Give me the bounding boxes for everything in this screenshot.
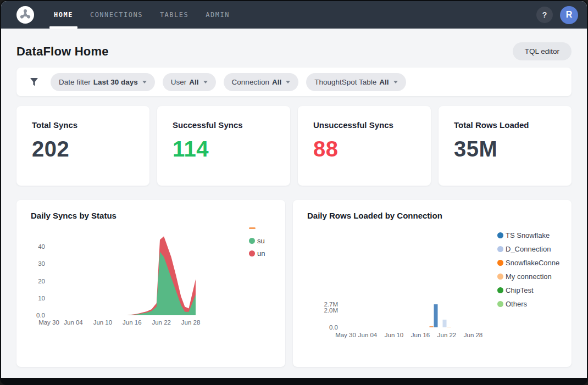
nav-tables[interactable]: TABLES: [159, 1, 190, 29]
y-axis-tick: 2.7M: [324, 301, 338, 308]
bar-snowflakeconne[interactable]: [430, 326, 434, 327]
x-axis-tick: Jun 10: [93, 319, 113, 326]
legend-item-clipped[interactable]: [249, 222, 280, 235]
x-axis-tick: Jun 22: [152, 319, 171, 326]
nav-admin[interactable]: ADMIN: [204, 1, 231, 29]
daily-rows-bar-chart[interactable]: 0.02.0M2.7MMay 30Jun 04Jun 10Jun 16Jun 2…: [302, 282, 505, 359]
stat-value: 35M: [454, 137, 556, 161]
filter-table-prefix: ThoughtSpot Table: [314, 78, 376, 86]
daily-rows-chart-card: Daily Rows Loaded by Connection 0.02.0M2…: [293, 200, 572, 367]
filter-date-value: Last 30 days: [93, 78, 138, 86]
legend-marker-icon: [249, 238, 255, 244]
legend-item-ts-snowflake[interactable]: TS Snowflake: [497, 228, 570, 242]
chart-title: Daily Syncs by Status: [31, 211, 271, 220]
help-button[interactable]: ?: [536, 7, 553, 23]
legend-label: TS Snowflake: [506, 231, 550, 239]
legend-marker-icon: [497, 232, 503, 238]
bar-ts-snowflake[interactable]: [434, 304, 438, 327]
stat-card-total-syncs: Total Syncs 202: [16, 106, 149, 186]
page-content: DataFlow Home TQL editor Date filter Las…: [1, 42, 587, 367]
legend-marker-icon: [249, 227, 256, 229]
chart-title: Daily Rows Loaded by Connection: [307, 211, 557, 220]
y-axis-tick: 10: [38, 295, 45, 302]
y-axis-tick: 2.0M: [324, 307, 338, 314]
filter-bar: Date filter Last 30 days User All Connec…: [16, 68, 572, 96]
legend-label: su: [257, 237, 265, 245]
stat-value: 202: [32, 137, 134, 161]
top-navbar: HOME CONNECTIONS TABLES ADMIN ? R: [1, 1, 587, 29]
legend-label: SnowflakeConne: [506, 259, 559, 267]
x-axis-tick: Jun 22: [437, 332, 457, 338]
legend-marker-icon: [249, 250, 255, 256]
page-title: DataFlow Home: [16, 44, 109, 59]
logo-glyph: [19, 9, 31, 21]
legend-item-chiptest[interactable]: ChipTest: [497, 283, 570, 297]
filter-table-value: All: [379, 78, 389, 86]
filter-funnel-icon: [30, 77, 38, 87]
stat-card-successful-syncs: Successful Syncs 114: [157, 106, 290, 186]
filter-thoughtspot-table[interactable]: ThoughtSpot Table All: [306, 73, 406, 91]
app-window: HOME CONNECTIONS TABLES ADMIN ? R DataFl…: [0, 0, 588, 385]
x-axis-tick: Jun 28: [464, 332, 483, 338]
stat-card-unsuccessful-syncs: Unsuccessful Syncs 88: [298, 106, 431, 186]
legend-item-d-connection[interactable]: D_Connection: [497, 242, 570, 256]
stat-label: Successful Syncs: [173, 120, 275, 130]
tql-editor-button[interactable]: TQL editor: [513, 42, 572, 60]
legend-item-my-connection[interactable]: My connection: [497, 270, 570, 283]
legend-marker-icon: [497, 260, 503, 266]
daily-syncs-chart-card: Daily Syncs by Status 0.010203040May 30J…: [16, 200, 285, 367]
syncs-chart-legend: suun: [249, 222, 280, 260]
stat-label: Unsuccessful Syncs: [313, 120, 415, 130]
legend-label: Others: [506, 300, 527, 308]
stat-value: 88: [313, 137, 415, 161]
stat-label: Total Rows Loaded: [454, 120, 556, 130]
rows-chart-legend: TS SnowflakeD_ConnectionSnowflakeConneMy…: [497, 228, 570, 311]
filter-connection-prefix: Connection: [232, 78, 269, 86]
y-axis-tick: 0.0: [329, 324, 338, 331]
navbar-right: ? R: [536, 6, 578, 24]
main-nav: HOME CONNECTIONS TABLES ADMIN: [53, 1, 246, 29]
filter-user[interactable]: User All: [163, 73, 216, 91]
legend-label: un: [257, 249, 265, 258]
page-header: DataFlow Home TQL editor: [16, 42, 572, 60]
chevron-down-icon: [393, 81, 398, 83]
stat-label: Total Syncs: [32, 120, 134, 130]
legend-item-su[interactable]: su: [249, 235, 280, 247]
nav-connections[interactable]: CONNECTIONS: [89, 1, 144, 29]
y-axis-tick: 30: [38, 260, 45, 267]
legend-label: ChipTest: [506, 286, 534, 294]
daily-syncs-area-chart[interactable]: 0.010203040May 30Jun 04Jun 10Jun 16Jun 2…: [24, 227, 244, 332]
legend-marker-icon: [497, 246, 503, 252]
y-axis-tick: 40: [38, 243, 45, 250]
legend-item-others[interactable]: Others: [497, 297, 570, 311]
thoughtspot-logo-icon[interactable]: [16, 6, 34, 24]
bar-my-connection[interactable]: [447, 327, 451, 327]
x-axis-tick: Jun 16: [123, 319, 142, 326]
charts-row: Daily Syncs by Status 0.010203040May 30J…: [16, 200, 572, 367]
x-axis-tick: Jun 04: [64, 319, 83, 326]
legend-label: D_Connection: [506, 245, 551, 253]
legend-marker-icon: [497, 274, 503, 280]
x-axis-tick: Jun 28: [181, 319, 201, 326]
x-axis-tick: May 30: [38, 319, 59, 326]
chevron-down-icon: [203, 81, 208, 83]
bar-d-connection[interactable]: [443, 320, 447, 327]
filter-date[interactable]: Date filter Last 30 days: [51, 73, 155, 91]
filter-date-prefix: Date filter: [59, 78, 91, 86]
legend-item-un[interactable]: un: [249, 247, 280, 260]
user-avatar[interactable]: R: [560, 6, 578, 24]
filter-connection[interactable]: Connection All: [224, 73, 299, 91]
filter-user-value: All: [189, 78, 198, 86]
x-axis-tick: May 30: [335, 332, 356, 338]
filter-user-prefix: User: [171, 78, 187, 86]
x-axis-tick: Jun 04: [358, 332, 378, 338]
stats-row: Total Syncs 202 Successful Syncs 114 Uns…: [16, 106, 572, 186]
x-axis-tick: Jun 10: [385, 332, 404, 338]
y-axis-tick: 0.0: [36, 312, 45, 319]
stat-card-total-rows-loaded: Total Rows Loaded 35M: [439, 106, 572, 186]
nav-home[interactable]: HOME: [53, 1, 74, 29]
legend-item-snowflakeconne[interactable]: SnowflakeConne: [497, 256, 570, 270]
chevron-down-icon: [142, 81, 147, 83]
legend-marker-icon: [497, 287, 503, 293]
stat-value: 114: [173, 137, 275, 161]
